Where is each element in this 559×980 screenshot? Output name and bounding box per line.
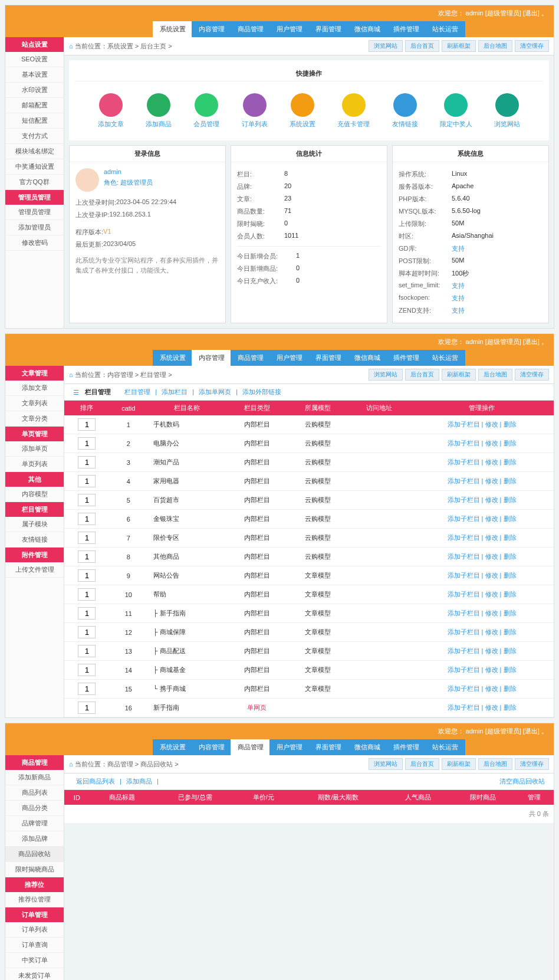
sort-input[interactable] xyxy=(78,513,96,525)
tab-0[interactable]: 系统设置 xyxy=(153,739,193,755)
sidebar-item[interactable]: 管理员管理 xyxy=(5,205,64,220)
row-actions[interactable]: 添加子栏目 | 修改 | 删除 xyxy=(448,591,517,598)
crumb-btn[interactable]: 后台首页 xyxy=(405,40,439,52)
logout-link[interactable]: [退出] xyxy=(523,9,540,17)
sidebar-item[interactable]: 模块域名绑定 xyxy=(5,144,64,159)
sidebar-item[interactable]: 中奖通知设置 xyxy=(5,159,64,175)
subtab-link[interactable]: 返回商品列表 xyxy=(76,778,115,785)
sidebar-item[interactable]: SEO设置 xyxy=(5,52,64,67)
row-actions[interactable]: 添加子栏目 | 修改 | 删除 xyxy=(448,458,517,466)
sidebar-item[interactable]: 文章列表 xyxy=(5,396,64,411)
row-actions[interactable]: 添加子栏目 | 修改 | 删除 xyxy=(448,477,517,484)
crumb-btn[interactable]: 清空缓存 xyxy=(515,758,549,770)
tab-5[interactable]: 微信商城 xyxy=(347,21,387,37)
sidebar-item[interactable]: 订单查询 xyxy=(5,938,64,953)
tab-1[interactable]: 内容管理 xyxy=(192,350,232,366)
sidebar-item[interactable]: 添加管理员 xyxy=(5,220,64,235)
tab-2[interactable]: 商品管理 xyxy=(231,21,271,37)
sort-input[interactable] xyxy=(78,664,96,676)
sidebar-item[interactable]: 短信配置 xyxy=(5,113,64,129)
tab-6[interactable]: 插件管理 xyxy=(386,350,426,366)
crumb-btn[interactable]: 后台地图 xyxy=(478,369,512,381)
sidebar-item[interactable]: 商品分类 xyxy=(5,801,64,816)
crumb-btn[interactable]: 清空缓存 xyxy=(515,40,549,52)
role-link[interactable]: [超级管理员] xyxy=(485,727,521,735)
tab-5[interactable]: 微信商城 xyxy=(347,350,387,366)
sort-input[interactable] xyxy=(78,702,96,714)
sidebar-item[interactable]: 限时揭晓商品 xyxy=(5,862,64,877)
sidebar-item[interactable]: 水印设置 xyxy=(5,83,64,98)
sort-input[interactable] xyxy=(78,683,96,695)
quick-item[interactable]: 订单列表 xyxy=(242,93,268,129)
sidebar-item[interactable]: 推荐位管理 xyxy=(5,892,64,907)
sidebar-item[interactable]: 修改密码 xyxy=(5,235,64,251)
sort-input[interactable] xyxy=(78,418,96,431)
sidebar-item[interactable]: 友情链接 xyxy=(5,532,64,548)
sort-input[interactable] xyxy=(78,532,96,544)
tab-6[interactable]: 插件管理 xyxy=(386,21,426,37)
subtab-link[interactable]: 添加栏目 xyxy=(162,388,188,395)
user-link[interactable]: admin xyxy=(466,9,484,17)
user-link[interactable]: admin xyxy=(466,727,484,735)
subtab-link[interactable]: 添加单网页 xyxy=(199,388,231,395)
row-actions[interactable]: 添加子栏目 | 修改 | 删除 xyxy=(448,572,517,579)
sort-input[interactable] xyxy=(78,494,96,506)
logout-link[interactable]: [退出] xyxy=(523,727,540,735)
sort-input[interactable] xyxy=(78,475,96,487)
sort-input[interactable] xyxy=(78,626,96,638)
row-actions[interactable]: 添加子栏目 | 修改 | 删除 xyxy=(448,421,517,428)
tab-0[interactable]: 系统设置 xyxy=(153,350,193,366)
crumb-btn[interactable]: 浏览网站 xyxy=(369,369,403,381)
crumb-btn[interactable]: 后台首页 xyxy=(405,369,439,381)
tab-3[interactable]: 用户管理 xyxy=(269,739,310,755)
sidebar-item[interactable]: 邮箱配置 xyxy=(5,98,64,113)
empty-recycle-link[interactable]: 清空商品回收站 xyxy=(499,777,545,786)
sort-input[interactable] xyxy=(78,645,96,657)
crumb-btn[interactable]: 浏览网站 xyxy=(369,758,403,770)
role-link[interactable]: [超级管理员] xyxy=(485,338,521,345)
subtab-link[interactable]: 栏目管理 xyxy=(124,388,150,395)
tab-2[interactable]: 商品管理 xyxy=(231,739,271,755)
sort-input[interactable] xyxy=(78,456,96,468)
row-actions[interactable]: 添加子栏目 | 修改 | 删除 xyxy=(448,496,517,503)
sidebar-item[interactable]: 商品列表 xyxy=(5,785,64,801)
sidebar-item[interactable]: 内容模型 xyxy=(5,487,64,502)
subtab-link[interactable]: 添加商品 xyxy=(126,778,152,785)
tab-7[interactable]: 站长运营 xyxy=(425,350,465,366)
crumb-btn[interactable]: 后台地图 xyxy=(478,40,512,52)
tab-0[interactable]: 系统设置 xyxy=(153,21,193,37)
sidebar-item[interactable]: 订单列表 xyxy=(5,922,64,938)
tab-2[interactable]: 商品管理 xyxy=(231,350,271,366)
tab-1[interactable]: 内容管理 xyxy=(192,739,232,755)
sidebar-item[interactable]: 官方QQ群 xyxy=(5,175,64,190)
sidebar-item[interactable]: 属子模块 xyxy=(5,517,64,532)
login-user[interactable]: admin xyxy=(104,168,153,175)
sidebar-item[interactable]: 商品回收站 xyxy=(5,847,64,862)
tab-4[interactable]: 界面管理 xyxy=(308,739,348,755)
sidebar-item[interactable]: 未发货订单 xyxy=(5,968,64,980)
sidebar-item[interactable]: 文章分类 xyxy=(5,411,64,427)
sidebar-item[interactable]: 品牌管理 xyxy=(5,816,64,831)
sidebar-item[interactable]: 添加文章 xyxy=(5,381,64,396)
tab-6[interactable]: 插件管理 xyxy=(386,739,426,755)
tab-4[interactable]: 界面管理 xyxy=(308,350,348,366)
crumb-btn[interactable]: 清空缓存 xyxy=(515,369,549,381)
quick-item[interactable]: 友情链接 xyxy=(392,93,418,129)
sort-input[interactable] xyxy=(78,550,96,563)
sort-input[interactable] xyxy=(78,588,96,601)
crumb-btn[interactable]: 刷新框架 xyxy=(442,758,476,770)
quick-item[interactable]: 会员管理 xyxy=(193,93,219,129)
crumb-btn[interactable]: 刷新框架 xyxy=(442,40,476,52)
row-actions[interactable]: 添加子栏目 | 修改 | 删除 xyxy=(448,704,517,711)
quick-item[interactable]: 充值卡管理 xyxy=(337,93,370,129)
tab-7[interactable]: 站长运营 xyxy=(425,739,465,755)
tab-3[interactable]: 用户管理 xyxy=(269,350,310,366)
tab-4[interactable]: 界面管理 xyxy=(308,21,348,37)
sort-input[interactable] xyxy=(78,569,96,582)
row-actions[interactable]: 添加子栏目 | 修改 | 删除 xyxy=(448,666,517,673)
sidebar-item[interactable]: 单页列表 xyxy=(5,457,64,472)
quick-item[interactable]: 浏览网站 xyxy=(494,93,520,129)
row-actions[interactable]: 添加子栏目 | 修改 | 删除 xyxy=(448,440,517,447)
crumb-btn[interactable]: 后台地图 xyxy=(478,758,512,770)
user-link[interactable]: admin xyxy=(466,338,484,345)
